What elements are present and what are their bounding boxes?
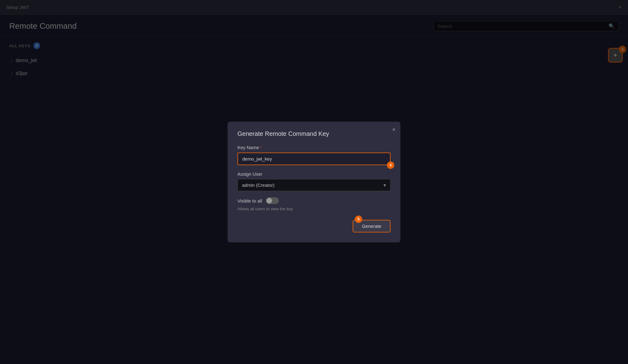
modal-footer: 5 Generate <box>237 220 391 232</box>
key-name-group: Key Name * 4 <box>237 145 391 165</box>
required-indicator: * <box>260 145 262 150</box>
assign-user-group: Assign User admin (Creator) ▼ <box>237 171 391 191</box>
assign-user-select[interactable]: admin (Creator) <box>237 179 391 191</box>
step-4-badge: 4 <box>387 161 394 169</box>
modal-title: Generate Remote Command Key <box>237 130 391 137</box>
toggle-track <box>266 197 279 204</box>
key-name-input-wrapper: 4 <box>237 153 391 165</box>
visible-to-all-toggle[interactable] <box>266 197 279 204</box>
modal-dialog: Generate Remote Command Key × Key Name *… <box>228 122 400 242</box>
modal-close-button[interactable]: × <box>392 127 396 133</box>
visible-to-all-label: Visible to all <box>237 198 262 203</box>
step-5-badge: 5 <box>355 215 362 223</box>
assign-user-select-wrapper: admin (Creator) ▼ <box>237 179 391 191</box>
toggle-row: Visible to all <box>237 197 391 204</box>
visible-to-all-hint: Allows all users to view the key <box>237 207 391 211</box>
assign-user-label: Assign User <box>237 171 391 177</box>
toggle-thumb <box>266 198 272 203</box>
key-name-input[interactable] <box>237 153 391 165</box>
visible-to-all-group: Visible to all Allows all users to view … <box>237 197 391 211</box>
key-name-label: Key Name * <box>237 145 391 150</box>
modal-overlay: Generate Remote Command Key × Key Name *… <box>0 0 628 364</box>
